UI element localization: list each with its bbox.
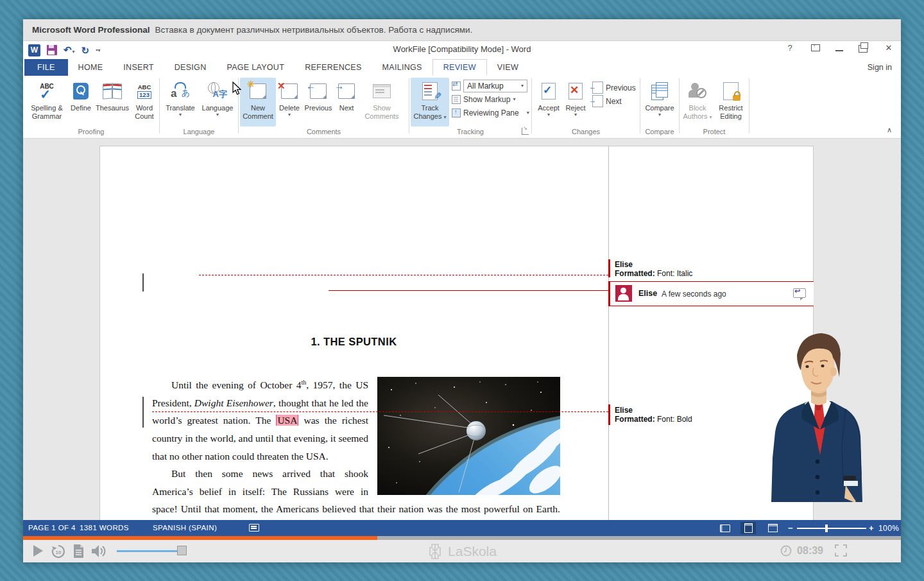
tab-page-layout[interactable]: PAGE LAYOUT xyxy=(216,59,295,76)
language-indicator[interactable]: SPANISH (SPAIN) xyxy=(153,524,217,532)
group-label-tracking: Tracking xyxy=(409,128,531,135)
page-indicator[interactable]: PAGE 1 OF 4 xyxy=(28,524,76,532)
markup-select[interactable]: All Markup▾ xyxy=(463,80,527,92)
word-count-icon: ABC123 xyxy=(137,80,151,102)
reviewing-pane-icon xyxy=(452,108,461,117)
spelling-grammar-button[interactable]: ABC✓ Spelling &Grammar xyxy=(26,78,68,126)
tab-mailings[interactable]: MAILINGS xyxy=(372,59,432,76)
restrict-editing-button[interactable]: RestrictEditing xyxy=(714,78,748,126)
delete-comment-button[interactable]: ✕ Delete ▾ xyxy=(276,78,303,126)
block-authors-button: BlockAuthors ▾ xyxy=(681,78,714,126)
help-icon[interactable]: ? xyxy=(784,43,796,53)
markup-entry-italic[interactable]: Elise Formatted: Font: Italic xyxy=(615,260,692,278)
delete-comment-icon: ✕ xyxy=(281,83,298,99)
collapse-ribbon-icon[interactable]: ∧ xyxy=(887,126,892,134)
compare-button[interactable]: Compare ▾ xyxy=(641,78,678,126)
define-button[interactable]: Define xyxy=(68,78,94,126)
next-change-icon: → xyxy=(592,95,603,107)
tab-references[interactable]: REFERENCES xyxy=(295,59,372,76)
tab-design[interactable]: DESIGN xyxy=(164,59,217,76)
markup-view-icon xyxy=(452,82,461,91)
sign-in-link[interactable]: Sign in xyxy=(868,63,892,72)
thesaurus-button[interactable]: Thesaurus xyxy=(94,78,131,126)
comment-connector xyxy=(329,290,608,291)
laskola-logo-icon xyxy=(427,543,443,560)
print-layout-button[interactable] xyxy=(740,522,756,534)
word-window: Microsoft Word Professional Вставка в до… xyxy=(23,19,901,562)
tab-home[interactable]: HOME xyxy=(68,59,114,76)
show-markup-button[interactable]: Show Markup▾ xyxy=(452,92,529,106)
comment-card[interactable]: Elise A few seconds ago xyxy=(608,281,814,306)
comment-anchor-usa[interactable]: USA xyxy=(276,415,298,426)
player-bar: 10 LaSkola 08:39 xyxy=(23,540,901,562)
revision-connector-dashed xyxy=(152,412,608,412)
reviewing-pane-button[interactable]: Reviewing Pane▾ xyxy=(452,106,529,119)
group-label-proofing: Proofing xyxy=(23,128,159,135)
next-comment-button[interactable]: → Next xyxy=(334,78,359,126)
comment-author: Elise xyxy=(638,289,657,298)
accept-button[interactable]: ✓ Accept ▾ xyxy=(535,78,563,126)
markup-entry-bold[interactable]: Elise Formatted: Font: Bold xyxy=(615,406,692,424)
new-comment-icon: ✳ xyxy=(250,83,266,99)
comment-time: A few seconds ago xyxy=(662,290,726,299)
group-label-protect: Protect xyxy=(680,128,749,135)
quick-access-row: W ↶▾ ↻ ⹀▾ WorkFile [Compatibility Mode] … xyxy=(23,41,901,59)
word-count-button[interactable]: ABC123 WordCount xyxy=(131,78,158,126)
document-area: 1. THE SPUTNIK xyxy=(23,139,901,520)
elapsed-time: 08:39 xyxy=(797,545,823,557)
minimize-icon[interactable] xyxy=(835,50,843,51)
mouse-cursor xyxy=(232,82,242,96)
ribbon: ABC✓ Spelling &Grammar Define Thesaurus … xyxy=(23,76,901,139)
zoom-slider[interactable] xyxy=(797,528,866,529)
define-icon xyxy=(73,83,89,100)
zoom-in-button[interactable]: + xyxy=(869,523,874,533)
document-body: Until the evening of October 4th, 1957, … xyxy=(152,374,560,520)
compare-icon xyxy=(651,82,668,100)
restrict-editing-icon xyxy=(723,82,739,100)
show-comments-button: ShowComments xyxy=(361,78,403,126)
next-comment-icon: → xyxy=(338,83,355,99)
previous-change-icon: ← xyxy=(592,82,603,94)
spelling-grammar-icon: ABC✓ xyxy=(40,80,54,102)
reject-button[interactable]: ✕ Reject ▾ xyxy=(563,78,588,126)
group-label-comments: Comments xyxy=(239,128,409,135)
reject-icon: ✕ xyxy=(569,83,583,100)
keyboard-language-icon[interactable] xyxy=(249,524,259,532)
new-comment-button[interactable]: ✳ NewComment xyxy=(240,78,276,126)
change-bar xyxy=(142,273,144,291)
zoom-out-button[interactable]: − xyxy=(788,523,793,533)
tab-file[interactable]: FILE xyxy=(24,59,68,76)
tracking-dialog-launcher-icon[interactable] xyxy=(522,128,529,135)
close-icon[interactable]: ✕ xyxy=(883,43,894,53)
next-change-button[interactable]: → Next xyxy=(592,94,636,108)
web-layout-button[interactable] xyxy=(765,522,780,534)
restore-icon[interactable] xyxy=(859,45,868,53)
fullscreen-icon[interactable] xyxy=(835,544,847,557)
ribbon-tab-row: FILE HOME INSERT DESIGN PAGE LAYOUT REFE… xyxy=(23,59,901,76)
read-mode-button[interactable] xyxy=(717,522,733,534)
reply-comment-icon[interactable] xyxy=(793,288,806,298)
document-title: WorkFile [Compatibility Mode] - Word xyxy=(23,44,901,54)
track-changes-icon xyxy=(422,82,438,100)
zoom-level[interactable]: 100% xyxy=(878,524,899,533)
show-comments-icon xyxy=(373,84,391,98)
zoom-slider-handle[interactable] xyxy=(825,525,828,532)
ribbon-display-icon[interactable] xyxy=(811,44,820,51)
tab-insert[interactable]: INSERT xyxy=(113,59,164,76)
presenter-character xyxy=(771,329,862,502)
previous-change-button[interactable]: ← Previous xyxy=(592,81,636,94)
clock-icon xyxy=(780,545,792,557)
markup-entry-tick xyxy=(608,404,610,425)
status-bar: PAGE 1 OF 4 1381 WORDS SPANISH (SPAIN) −… xyxy=(23,520,901,536)
translate-icon: aあ xyxy=(171,82,190,100)
translate-button[interactable]: aあ Translate ▾ xyxy=(162,78,199,126)
word-count-indicator[interactable]: 1381 WORDS xyxy=(80,524,129,532)
previous-comment-button[interactable]: ← Previous xyxy=(303,78,334,126)
avatar xyxy=(615,285,632,302)
tab-view[interactable]: VIEW xyxy=(487,59,529,76)
track-changes-button[interactable]: TrackChanges ▾ xyxy=(411,78,449,126)
language-button[interactable]: A字 Language ▾ xyxy=(199,78,236,126)
app-title: Microsoft Word Professional xyxy=(32,25,150,35)
tab-review[interactable]: REVIEW xyxy=(432,59,487,76)
language-icon: A字 xyxy=(208,82,227,100)
